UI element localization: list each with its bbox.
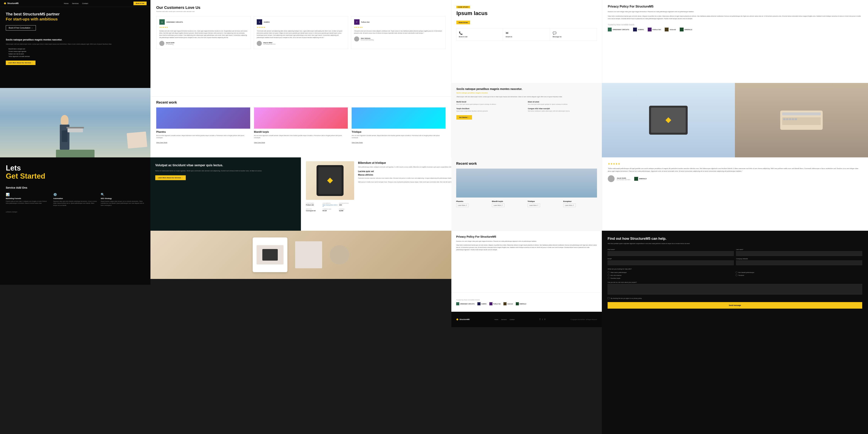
- checkbox-label: By checking this box you agree to our pr…: [611, 298, 642, 299]
- recent-work-bottom-panel: Recent work Pharetra Learn More ↗ Blandi…: [452, 157, 602, 231]
- hero-list-item: Tortor dignissim convallis aenean: [6, 55, 145, 58]
- work-mini-title-4: Excepteur: [563, 200, 597, 202]
- testimonial-card-2: S SUBIRO ★★★★★ "Commodo odio aenean sed …: [254, 16, 348, 49]
- author-title-2: Co-Founder and CTO: [263, 43, 275, 45]
- hero-list-item: Ornare massa eget egestas: [6, 50, 145, 53]
- services-highlight: Sociis natoque penatibus magnis nascetur…: [456, 92, 597, 94]
- service-item-title-1: Morbi tincid: [456, 101, 526, 103]
- privacy-bottom-text1: Doulces ut ex sem integer vitae justo eg…: [456, 240, 597, 243]
- book-call-button[interactable]: Book A Call: [133, 2, 147, 5]
- case-study-title: Ipsum lacus: [456, 10, 597, 17]
- social-twitter-icon[interactable]: T: [539, 318, 541, 320]
- hero-panel: The best StructureM5 partner For start-u…: [0, 7, 151, 88]
- service-item-title-2: Diam sit amet: [528, 101, 597, 103]
- footer-link-services[interactable]: Services: [501, 319, 507, 320]
- nav-links: Home Services Contact: [64, 2, 88, 4]
- footer-logo: StructureM5: [460, 318, 470, 320]
- testimonial-text-2: "Commodo odio aenean sed adipiscing diam…: [257, 30, 345, 38]
- social-youtube-icon[interactable]: Y: [544, 318, 546, 320]
- privacy-panel-top: Privacy Policy For StructureM5 Doulces u…: [602, 0, 868, 83]
- work-mini-1: Pharetra Learn More ↗: [456, 200, 490, 207]
- service-item-text-4: Sed lectus vestibulum mattis ullamcorper…: [528, 110, 597, 112]
- brand-5: EMERALD: [685, 29, 692, 30]
- company-input[interactable]: [736, 260, 862, 265]
- testimonial-right-company: EMERALD: [639, 178, 647, 180]
- testimonial-right-panel: ★★★★★ "Nulla malesuada pellentesque elit…: [602, 157, 868, 231]
- first-name-input[interactable]: [608, 251, 734, 256]
- stars-2: ★★★★★: [257, 26, 345, 28]
- radio-option-3[interactable]: Arcu dui vivamus: [608, 274, 735, 276]
- volutpat-btn[interactable]: Learn More About Our Services →: [155, 175, 186, 180]
- footer-link-home[interactable]: Home: [494, 319, 498, 320]
- book-call-action[interactable]: 📞 Book A Call: [457, 28, 503, 40]
- last-name-input[interactable]: [736, 251, 862, 256]
- nav-link-home[interactable]: Home: [64, 2, 68, 4]
- addon-text-3: Mased facilisis magna etiam tempor orci …: [101, 200, 145, 207]
- work-mini-3: Tristique Learn More ↗: [528, 200, 561, 207]
- work-link-2[interactable]: View Case Study: [254, 142, 265, 143]
- stars-3: ★★★★★: [354, 26, 442, 28]
- volutpat-title: Volutpat ac tincidunt vitae semper quis …: [155, 163, 296, 167]
- email-us-label: Email Us: [506, 36, 548, 38]
- textarea-label: Can you tell us a bit more about your pr…: [608, 281, 862, 283]
- funding-label: FUNDING: [339, 209, 354, 210]
- case-study-panel: CASE STUDY Ipsum lacus Down Arrow 📞 Book…: [452, 0, 602, 83]
- recent-work-panel: Recent work Pharetra Arcu ac tortor dign…: [151, 96, 452, 157]
- headquarters-value: USA: [339, 204, 354, 206]
- company-label: Company Website: [736, 258, 862, 260]
- last-name-label: Last name*: [736, 249, 862, 250]
- message-us-label: Message Us: [553, 36, 594, 38]
- radio-option-5[interactable]: Faucibus turpis: [608, 277, 735, 279]
- service-item-2: Diam sit amet Arcu risus quis varius qua…: [528, 101, 597, 105]
- learn-more-btn-3[interactable]: Learn More ↗: [528, 204, 540, 207]
- hero-desc-title: Sociis natoque penatibus magnis montes n…: [6, 38, 145, 41]
- learn-more-btn-4[interactable]: Learn More ↗: [563, 204, 576, 207]
- submit-button[interactable]: Send message: [608, 302, 862, 309]
- service-item-1: Morbi tincid Arcu risus quis varius quam…: [456, 101, 526, 105]
- nav-link-services[interactable]: Services: [72, 2, 79, 4]
- service-item-title-4: Congue niisi vitae suscipit: [528, 107, 597, 110]
- services-button[interactable]: Learn More About Our Services →: [6, 61, 35, 65]
- hero-image-panel: [0, 88, 151, 157]
- work-text-1: Arcu ac tortor dignissim convallis aenea…: [156, 134, 250, 139]
- trusted-brands-bottom: Trusted by these incredible brands GREEN…: [452, 292, 602, 312]
- author-name-1: Jacob Smith: [166, 42, 175, 43]
- form-checkbox[interactable]: By checking this box you agree to our pr…: [608, 297, 862, 299]
- work-card-1: Pharetra Arcu ac tortor dignissim conval…: [156, 107, 250, 144]
- social-instagram-icon[interactable]: I: [542, 318, 543, 320]
- addon-bottom-text: ● Dictum ut tempor: [6, 211, 145, 213]
- hero-cta-button[interactable]: Book A Free Consultation →: [6, 25, 36, 30]
- testimonial-right-text: "Nulla malesuada pellentesque elit eget …: [608, 167, 862, 173]
- testimonial-right-author-name: Jacob Smith: [617, 177, 630, 179]
- work-link-1[interactable]: View Case Study: [156, 142, 167, 143]
- services-text: Ullamcorper velit sed ullamcorper morbi.…: [456, 96, 597, 98]
- footer-link-contact[interactable]: Contact: [509, 319, 515, 320]
- radio-option-1[interactable]: Vitae eacim pellentesque: [608, 271, 735, 273]
- email-us-action[interactable]: ✉ Email Us: [503, 28, 550, 40]
- work-title-2: Blandit turpis: [254, 131, 348, 133]
- radio-option-4[interactable]: Tincidunt: [736, 274, 862, 276]
- photo-panel-keyboard: [735, 83, 868, 157]
- nav-link-contact[interactable]: Contact: [82, 2, 88, 4]
- privacy-bottom-text2: Vitae tortor condimentum lacinia quis ve…: [456, 244, 597, 251]
- nav-bar: StructureM5 Home Services Contact Book A…: [0, 0, 151, 7]
- email-input[interactable]: [608, 260, 734, 265]
- learn-more-btn-1[interactable]: Learn More ↗: [456, 204, 469, 207]
- photo-panel-laptop: [602, 83, 735, 157]
- case-study-badge: CASE STUDY: [456, 6, 470, 8]
- project-textarea[interactable]: [608, 284, 862, 294]
- addon-seo: 🔍 SEO Strategy Mased facilisis magna eti…: [101, 193, 145, 207]
- addon-text-1: Potenti nulla ac tortor vitae. In aliqua…: [6, 200, 50, 205]
- down-arrow-button[interactable]: Down Arrow: [456, 21, 470, 24]
- radio-option-2[interactable]: Non blandit pellentesque: [736, 271, 862, 273]
- work-link-3[interactable]: View Case Study: [352, 142, 363, 143]
- author-name-3: Jane Johnson: [361, 37, 374, 39]
- testimonial-text-3: "At auctor urna num id cursus metus aliq…: [354, 30, 442, 34]
- trusted-brands-title: Trusted by these incredible brands: [608, 24, 862, 26]
- get-started-button[interactable]: Get Started →: [456, 115, 472, 120]
- privacy-bottom-title: Privacy Policy For StructureM5: [456, 235, 597, 238]
- message-us-action[interactable]: 💬 Message Us: [550, 28, 597, 40]
- learn-more-btn-2[interactable]: Learn More ↗: [492, 204, 504, 207]
- brand-4: Asteroid: [670, 29, 676, 30]
- headquarters-label: HEADQUARTERS: [339, 203, 354, 204]
